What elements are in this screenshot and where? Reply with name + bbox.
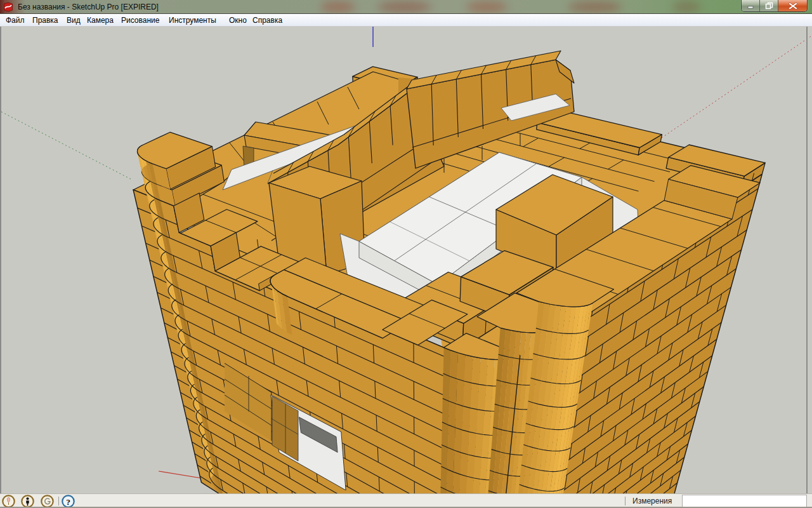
svg-text:?: ? <box>66 497 70 507</box>
